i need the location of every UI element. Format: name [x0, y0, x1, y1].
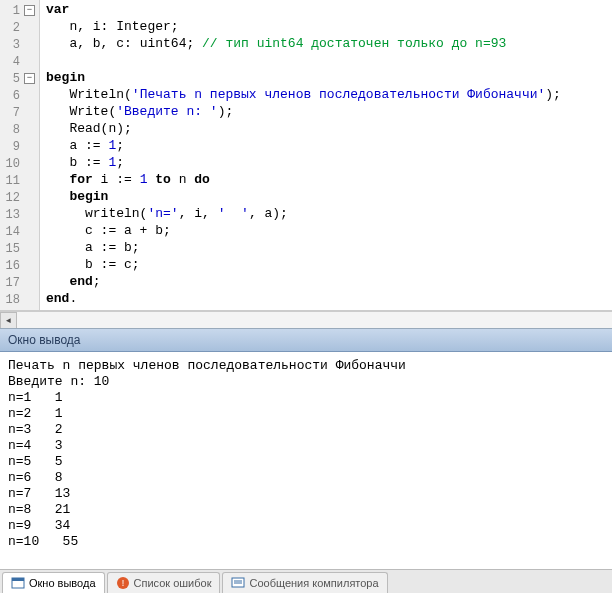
tab-messages[interactable]: Сообщения компилятора: [222, 572, 387, 593]
gutter-row: 9: [0, 138, 39, 155]
code-line[interactable]: for i := 1 to n do: [46, 172, 561, 189]
line-number: 11: [2, 174, 20, 188]
code-line[interactable]: b := 1;: [46, 155, 561, 172]
svg-rect-1: [12, 578, 24, 581]
tab-label: Окно вывода: [29, 577, 96, 589]
code-line[interactable]: Writeln('Печать n первых членов последов…: [46, 87, 561, 104]
output-line: n=4 3: [8, 438, 604, 454]
code-line[interactable]: a, b, c: uint64; // тип uint64 достаточе…: [46, 36, 561, 53]
code-editor: 1−2345−6789101112131415161718 var n, i: …: [0, 0, 612, 311]
line-number: 9: [2, 140, 20, 154]
gutter-row: 2: [0, 19, 39, 36]
line-number: 4: [2, 55, 20, 69]
line-number: 10: [2, 157, 20, 171]
gutter-row: 13: [0, 206, 39, 223]
gutter-row: 11: [0, 172, 39, 189]
line-gutter: 1−2345−6789101112131415161718: [0, 0, 40, 310]
code-line[interactable]: a := b;: [46, 240, 561, 257]
code-line[interactable]: begin: [46, 70, 561, 87]
line-number: 1: [2, 4, 20, 18]
output-line: n=6 8: [8, 470, 604, 486]
gutter-row: 15: [0, 240, 39, 257]
gutter-row: 17: [0, 274, 39, 291]
code-line[interactable]: n, i: Integer;: [46, 19, 561, 36]
output-line: n=1 1: [8, 390, 604, 406]
errors-icon: !: [116, 576, 130, 590]
code-line[interactable]: end;: [46, 274, 561, 291]
code-line[interactable]: begin: [46, 189, 561, 206]
output-line: n=8 21: [8, 502, 604, 518]
fold-toggle-icon[interactable]: −: [24, 73, 35, 84]
tab-output[interactable]: Окно вывода: [2, 572, 105, 593]
code-line[interactable]: Write('Введите n: ');: [46, 104, 561, 121]
scroll-left-arrow[interactable]: ◄: [0, 312, 17, 329]
output-line: n=9 34: [8, 518, 604, 534]
line-number: 15: [2, 242, 20, 256]
code-area[interactable]: var n, i: Integer; a, b, c: uint64; // т…: [40, 0, 561, 310]
code-line[interactable]: b := c;: [46, 257, 561, 274]
output-line: n=7 13: [8, 486, 604, 502]
line-number: 14: [2, 225, 20, 239]
code-line[interactable]: Read(n);: [46, 121, 561, 138]
output-panel: Печать n первых членов последовательност…: [0, 352, 612, 569]
output-icon: [11, 576, 25, 590]
line-number: 3: [2, 38, 20, 52]
line-number: 13: [2, 208, 20, 222]
fold-toggle-icon[interactable]: −: [24, 5, 35, 16]
line-number: 2: [2, 21, 20, 35]
gutter-row: 1−: [0, 2, 39, 19]
gutter-row: 18: [0, 291, 39, 308]
bottom-tabbar: Окно вывода!Список ошибокСообщения компи…: [0, 569, 612, 593]
code-line[interactable]: c := a + b;: [46, 223, 561, 240]
scroll-track[interactable]: [17, 312, 612, 329]
svg-text:!: !: [121, 578, 124, 588]
messages-icon: [231, 576, 245, 590]
gutter-row: 14: [0, 223, 39, 240]
line-number: 8: [2, 123, 20, 137]
line-number: 7: [2, 106, 20, 120]
output-panel-title: Окно вывода: [0, 328, 612, 352]
code-line[interactable]: a := 1;: [46, 138, 561, 155]
output-line: n=3 2: [8, 422, 604, 438]
tab-label: Список ошибок: [134, 577, 212, 589]
output-line: n=10 55: [8, 534, 604, 550]
code-line[interactable]: [46, 53, 561, 70]
gutter-row: 12: [0, 189, 39, 206]
gutter-row: 10: [0, 155, 39, 172]
gutter-row: 5−: [0, 70, 39, 87]
gutter-row: 4: [0, 53, 39, 70]
line-number: 17: [2, 276, 20, 290]
tab-label: Сообщения компилятора: [249, 577, 378, 589]
line-number: 18: [2, 293, 20, 307]
line-number: 12: [2, 191, 20, 205]
line-number: 6: [2, 89, 20, 103]
output-line: Введите n: 10: [8, 374, 604, 390]
code-line[interactable]: var: [46, 2, 561, 19]
tab-errors[interactable]: !Список ошибок: [107, 572, 221, 593]
output-line: n=2 1: [8, 406, 604, 422]
line-number: 5: [2, 72, 20, 86]
output-line: n=5 5: [8, 454, 604, 470]
output-line: Печать n первых членов последовательност…: [8, 358, 604, 374]
gutter-row: 7: [0, 104, 39, 121]
horizontal-scrollbar[interactable]: ◄: [0, 311, 612, 328]
line-number: 16: [2, 259, 20, 273]
gutter-row: 8: [0, 121, 39, 138]
code-line[interactable]: writeln('n=', i, ' ', a);: [46, 206, 561, 223]
code-line[interactable]: end.: [46, 291, 561, 308]
gutter-row: 6: [0, 87, 39, 104]
gutter-row: 3: [0, 36, 39, 53]
gutter-row: 16: [0, 257, 39, 274]
